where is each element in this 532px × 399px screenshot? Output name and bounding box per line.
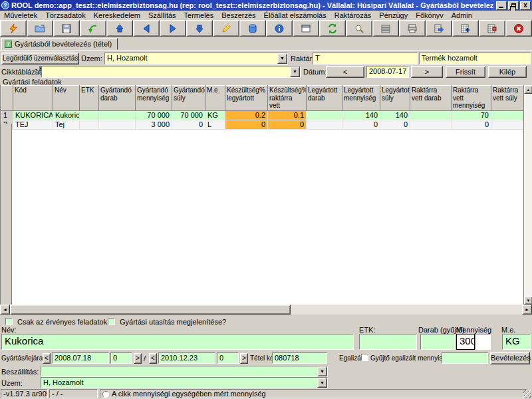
cell-kod[interactable]: KUKORICA bbox=[13, 110, 53, 120]
grid-vertical-scrollbar[interactable]: ▲ ▼ bbox=[523, 85, 532, 305]
tetel-kod-field[interactable]: 080718 bbox=[272, 352, 327, 364]
chevron-down-icon[interactable]: ▼ bbox=[317, 378, 327, 388]
menu-kereskedelem[interactable]: Kereskedelem bbox=[90, 11, 144, 19]
toolbar-undo-button[interactable] bbox=[80, 20, 106, 37]
cell-legyartott-mennyiseg[interactable]: 140 bbox=[342, 110, 380, 120]
toolbar-open-button[interactable] bbox=[27, 20, 53, 37]
lejarat-time-field[interactable]: 0 bbox=[217, 352, 239, 364]
grid-header-etk[interactable]: ETK bbox=[80, 86, 99, 111]
toolbar-database-button[interactable] bbox=[239, 20, 266, 37]
gyujto-egalizalt-field[interactable] bbox=[442, 352, 488, 364]
cell-legyartott-darab[interactable] bbox=[307, 110, 342, 120]
ervenyes-feladatok-checkbox[interactable] bbox=[5, 318, 13, 325]
grid-header-legyartott-darab[interactable]: Legyártott darab bbox=[307, 86, 342, 111]
toolbar-print-button[interactable] bbox=[399, 20, 426, 37]
lejarat-date-field[interactable]: 2010.12.23 bbox=[158, 352, 215, 364]
menu-termeles[interactable]: Termelés bbox=[180, 11, 218, 19]
cell-raktarra-darab[interactable] bbox=[410, 120, 452, 129]
cell-gyartando-suly[interactable]: 0 bbox=[172, 120, 205, 129]
date-field[interactable]: 2008-07-17 bbox=[366, 66, 409, 78]
grid-header-legyartott-mennyiseg[interactable]: Legyártott mennyiség bbox=[342, 86, 380, 111]
menu-penzugy[interactable]: Pénzügy bbox=[375, 11, 412, 19]
menu-eloallat-elszamolas[interactable]: Élőállat elszámolás bbox=[260, 11, 331, 19]
cell-me[interactable]: KG bbox=[205, 110, 225, 120]
date-next-button[interactable]: > bbox=[411, 66, 443, 78]
scroll-right-icon[interactable]: ► bbox=[522, 305, 532, 315]
cell-gyartando-darab[interactable] bbox=[99, 120, 136, 129]
cell-keszultseg-legyartott[interactable]: 0 bbox=[225, 120, 268, 129]
cikktablazat-combobox[interactable]: ▼ bbox=[41, 66, 301, 78]
gyartas-date-field[interactable]: 2008.07.18 bbox=[52, 352, 109, 364]
bevetelezes-button[interactable]: Bevételezés bbox=[490, 352, 530, 364]
toolbar-search-button[interactable] bbox=[346, 20, 372, 37]
etk-field[interactable] bbox=[359, 334, 417, 350]
toolbar-first-record-button[interactable] bbox=[106, 20, 133, 37]
cell-nev[interactable]: Kukorica bbox=[53, 110, 80, 120]
uzem-combobox[interactable]: H, Hozamolt ▼ bbox=[104, 53, 288, 65]
toolbar-table-insert-button[interactable] bbox=[452, 20, 479, 37]
cell-legyartott-suly[interactable]: 140 bbox=[380, 110, 410, 120]
grid-row-tej[interactable]: 2 TEJ Tej 3 000 0 L 0 0 0 0 0 bbox=[1, 120, 525, 129]
date-prev-button[interactable]: < bbox=[326, 66, 364, 78]
darab-gyujto-field[interactable] bbox=[420, 334, 455, 350]
raktar-code-field[interactable]: T bbox=[313, 53, 418, 65]
gyartas-date-prev-button[interactable]: < bbox=[43, 353, 51, 364]
grid-header-keszultseg-legyartott[interactable]: Készültség% legyártott bbox=[225, 86, 268, 111]
me-field[interactable]: KG bbox=[502, 334, 531, 350]
chevron-down-icon[interactable]: ▼ bbox=[277, 53, 287, 64]
chevron-down-icon[interactable]: ▼ bbox=[290, 66, 300, 77]
toolbar-table-delete-button[interactable] bbox=[479, 20, 505, 37]
cell-raktarra-suly[interactable] bbox=[491, 110, 525, 120]
menu-admin[interactable]: Admin bbox=[448, 11, 476, 19]
grid-header-raktarra-mennyiseg[interactable]: Raktárra vett mennyiség bbox=[452, 86, 491, 111]
grid-header-keszultseg-raktarra[interactable]: Készültség% raktárra vett bbox=[268, 86, 307, 111]
toolbar-window-button[interactable] bbox=[293, 20, 319, 37]
raktar-name-field[interactable]: Termék hozamolt bbox=[419, 53, 531, 65]
beszallitas-combobox[interactable]: ▼ bbox=[41, 366, 328, 377]
egalizalt-checkbox[interactable] bbox=[361, 354, 368, 361]
cell-kod[interactable]: TEJ bbox=[13, 120, 53, 129]
lejarat-date-next-button[interactable]: > bbox=[240, 353, 248, 364]
cell-gyartando-suly[interactable]: 70 000 bbox=[172, 110, 205, 120]
gyartasi-utasitas-checkbox[interactable] bbox=[108, 318, 115, 325]
cell-raktarra-suly[interactable] bbox=[491, 120, 525, 129]
grid-header-raktarra-darab[interactable]: Raktárra vett darab bbox=[410, 86, 452, 111]
grid-header-gyartando-mennyiseg[interactable]: Gyártandó mennyiség bbox=[136, 86, 172, 111]
cikk-mennyisegi-radio[interactable] bbox=[102, 391, 109, 398]
menu-beszerzes[interactable]: Beszerzés bbox=[217, 11, 259, 19]
scroll-down-icon[interactable]: ▼ bbox=[524, 296, 532, 305]
uzem-detail-combobox[interactable]: H, Hozamolt ▼ bbox=[41, 377, 328, 388]
menu-torzsadatok[interactable]: Törzsadatok bbox=[41, 11, 90, 19]
grid-header-me[interactable]: M.e. bbox=[205, 86, 225, 111]
cell-raktarra-mennyiseg[interactable]: 0 bbox=[452, 120, 491, 129]
grid-header-nev[interactable]: Név bbox=[53, 86, 80, 111]
grid-header-kod[interactable]: Kód bbox=[13, 86, 53, 111]
lejarat-date-prev-button[interactable]: < bbox=[149, 353, 157, 364]
toolbar-table-export-button[interactable] bbox=[426, 20, 452, 37]
toolbar-exit-button[interactable] bbox=[505, 20, 532, 37]
cell-raktarra-darab[interactable] bbox=[410, 110, 452, 120]
toolbar-prev-record-button[interactable] bbox=[133, 20, 160, 37]
grid-horizontal-scrollbar[interactable]: ◄ ► bbox=[0, 305, 532, 315]
cell-legyartott-suly[interactable]: 0 bbox=[380, 120, 410, 129]
cell-keszultseg-legyartott[interactable]: 0.2 bbox=[225, 110, 268, 120]
scroll-left-icon[interactable]: ◄ bbox=[0, 305, 10, 315]
restore-button[interactable] bbox=[508, 1, 519, 10]
cell-gyartando-mennyiseg[interactable]: 3 000 bbox=[136, 120, 172, 129]
cell-me[interactable]: L bbox=[205, 120, 225, 129]
cell-legyartott-darab[interactable] bbox=[307, 120, 342, 129]
toolbar-next-record-button[interactable] bbox=[160, 20, 186, 37]
toolbar-refresh-button[interactable] bbox=[319, 20, 346, 37]
mennyiseg-decimal-field[interactable] bbox=[475, 334, 491, 350]
cell-keszultseg-raktarra[interactable]: 0 bbox=[268, 120, 307, 129]
gyartas-date-next-button[interactable]: > bbox=[134, 353, 142, 364]
minimize-button[interactable] bbox=[496, 1, 507, 10]
grid-header-raktarra-suly[interactable]: Raktárra vett súly bbox=[491, 86, 525, 111]
menu-muveletek[interactable]: Műveletek bbox=[0, 11, 41, 19]
mennyiseg-field[interactable]: 300 bbox=[456, 334, 475, 350]
menu-szallitas[interactable]: Szállítás bbox=[144, 11, 180, 19]
grid-row-kukorica[interactable]: 1 KUKORICA Kukorica 70 000 70 000 KG 0.2… bbox=[1, 110, 525, 120]
tab-gyartasbol-bevetelezes[interactable]: T Gyártásból bevételezés (tétel) bbox=[1, 38, 118, 50]
cell-legyartott-mennyiseg[interactable]: 0 bbox=[342, 120, 380, 129]
grid-header-legyartott-suly[interactable]: Legyártott súly bbox=[380, 86, 410, 111]
